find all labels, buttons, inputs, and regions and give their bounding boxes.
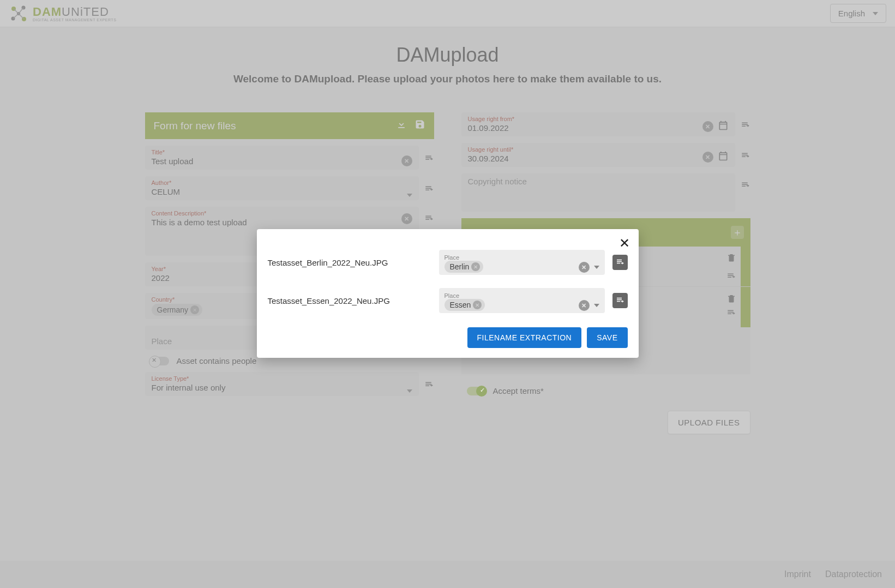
- dialog-row: Testasset_Berlin_2022_Neu.JPG Place Berl…: [268, 250, 628, 275]
- dialog-place-label: Place: [445, 292, 579, 299]
- dialog-place-field[interactable]: Place Berlin✕ ✕: [439, 250, 605, 275]
- dialog-place-chip: Essen✕: [445, 299, 485, 311]
- dialog-row: Testasset_Essen_2022_Neu.JPG Place Essen…: [268, 288, 628, 313]
- modal-overlay[interactable]: ✕ Testasset_Berlin_2022_Neu.JPG Place Be…: [0, 0, 895, 588]
- filename-extraction-button[interactable]: FILENAME EXTRACTION: [467, 327, 582, 348]
- filename-extraction-dialog: ✕ Testasset_Berlin_2022_Neu.JPG Place Be…: [257, 229, 639, 358]
- dialog-filename: Testasset_Essen_2022_Neu.JPG: [268, 296, 431, 305]
- chip-remove-icon[interactable]: ✕: [471, 262, 480, 271]
- chevron-down-icon[interactable]: [594, 304, 599, 307]
- chip-remove-icon[interactable]: ✕: [473, 301, 482, 309]
- dialog-place-label: Place: [445, 254, 579, 261]
- save-button[interactable]: SAVE: [587, 327, 627, 348]
- apply-field-icon[interactable]: [612, 255, 628, 270]
- apply-field-icon[interactable]: [612, 293, 628, 308]
- dialog-place-field[interactable]: Place Essen✕ ✕: [439, 288, 605, 313]
- close-icon[interactable]: ✕: [619, 236, 630, 251]
- chevron-down-icon[interactable]: [594, 266, 599, 269]
- dialog-filename: Testasset_Berlin_2022_Neu.JPG: [268, 258, 431, 267]
- dialog-place-chip: Berlin✕: [445, 261, 484, 273]
- clear-icon[interactable]: ✕: [579, 262, 590, 273]
- clear-icon[interactable]: ✕: [579, 300, 590, 311]
